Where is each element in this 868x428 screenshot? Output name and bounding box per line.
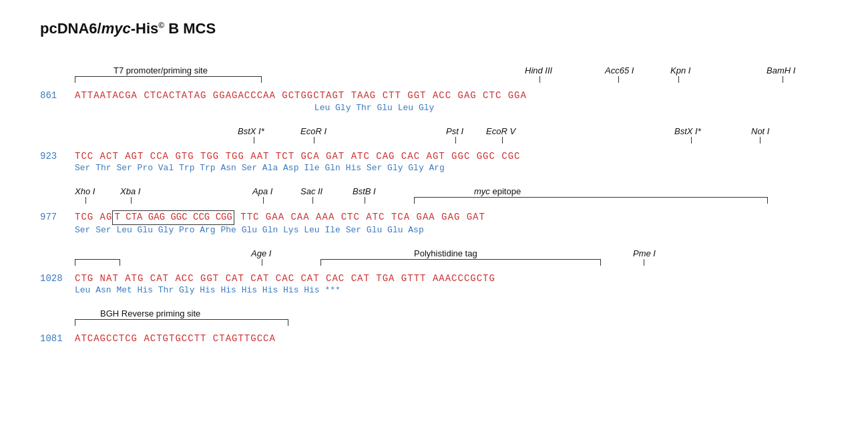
dna-row-923: 923 TCC ACT AGT CCA GTG TGG TGG AAT TCT …	[40, 150, 828, 164]
xbai-tick	[131, 197, 132, 204]
ecorv-tick	[502, 137, 503, 144]
t7-bracket	[75, 76, 262, 83]
dna-row-1081: 1081 ATCAGCCTCG ACTGTGCCTT CTAGTTGCCA	[40, 333, 828, 346]
line-num-1028: 1028	[40, 272, 75, 286]
aa-seq-1028: Leu Asn Met His Thr Gly His His His His …	[75, 285, 341, 295]
poly-label: Polyhistidine tag	[414, 248, 477, 258]
line-num-861: 861	[40, 89, 75, 103]
aa-seq-861: Leu Gly Thr Glu Leu Gly	[75, 103, 434, 113]
aa-row-861: Leu Gly Thr Glu Leu Gly	[75, 103, 828, 113]
bstxi2-label: BstX I*	[674, 126, 701, 136]
myc-bracket	[414, 197, 768, 204]
line-num-923: 923	[40, 150, 75, 164]
annotation-row-1028: Age I Polyhistidine tag Pme I	[40, 247, 828, 271]
sequence-group-923: BstX I* EcoR I Pst I EcoR V BstX I* Not …	[40, 125, 828, 174]
myc-label: myc epitope	[474, 186, 521, 196]
dna-row-861: 861 ATTAATACGA CTCACTATAG GGAGACCCAA GCT…	[40, 89, 828, 103]
bstxi1-label: BstX I*	[238, 126, 264, 136]
bgh-label: BGH Reverse priming site	[100, 308, 200, 318]
line-num-1081: 1081	[40, 333, 75, 346]
annotation-row-977: Xho I Xba I Apa I Sac II BstB I myc epit…	[40, 185, 828, 209]
sacii-label: Sac II	[300, 186, 322, 196]
psti-label: Pst I	[446, 126, 463, 136]
dna-seq-977-boxed: T CTA GAG GGC CCG CGG	[112, 210, 234, 225]
kpni-label: Kpn I	[670, 65, 690, 75]
xbai-label: Xba I	[120, 186, 140, 196]
dna-seq-977-pre: TCG AG	[75, 211, 112, 224]
sequence-group-977: Xho I Xba I Apa I Sac II BstB I myc epit…	[40, 185, 828, 235]
hindiii-label: Hind III	[525, 65, 552, 75]
bstbi-tick	[365, 197, 365, 204]
ecori-label: EcoR I	[300, 126, 327, 136]
pmei-tick	[644, 259, 644, 266]
aa-row-1028: Leu Asn Met His Thr Gly His His His His …	[75, 285, 828, 295]
main-container: pcDNA6/myc-His© B MCS T7 promoter/primin…	[0, 0, 868, 378]
bstbi-label: BstB I	[353, 186, 376, 196]
bstxi2-tick	[691, 137, 692, 144]
agei-tick	[262, 259, 262, 266]
sequence-group-861: T7 promoter/priming site Hind III Acc65 …	[40, 64, 828, 113]
bamhi-label: BamH I	[767, 65, 795, 75]
sacii-tick	[312, 197, 313, 204]
dna-seq-1081: ATCAGCCTCG ACTGTGCCTT CTAGTTGCCA	[75, 333, 276, 346]
annotation-row-923: BstX I* EcoR I Pst I EcoR V BstX I* Not …	[40, 125, 828, 149]
aa-seq-977: Ser Ser Leu Glu Gly Pro Arg Phe Glu Gln …	[75, 225, 424, 235]
dna-seq-923: TCC ACT AGT CCA GTG TGG TGG AAT TCT GCA …	[75, 150, 521, 164]
agei-label: Age I	[251, 248, 271, 258]
dna-seq-1028: CTG NAT ATG CAT ACC GGT CAT CAT CAC CAT …	[75, 272, 495, 286]
aa-row-923: Ser Thr Ser Pro Val Trp Trp Asn Ser Ala …	[75, 163, 828, 173]
xhoi-tick	[85, 197, 86, 204]
noti-tick	[760, 137, 761, 144]
acc65-tick	[618, 76, 619, 83]
pmei-label: Pme I	[633, 248, 656, 258]
aa-seq-923: Ser Thr Ser Pro Val Trp Trp Asn Ser Ala …	[75, 163, 445, 173]
bgh-bracket	[75, 319, 288, 326]
bstxi1-tick	[254, 137, 254, 144]
psti-tick	[455, 137, 456, 144]
dna-row-1028: 1028 CTG NAT ATG CAT ACC GGT CAT CAT CAC…	[40, 272, 828, 286]
xhoi-label: Xho I	[75, 186, 95, 196]
dna-row-977: 977 TCG AGT CTA GAG GGC CCG CGG TTC GAA …	[40, 210, 828, 225]
apai-tick	[263, 197, 264, 204]
sequence-group-1028: Age I Polyhistidine tag Pme I 1028 CTG N…	[40, 247, 828, 296]
acc65-label: Acc65 I	[605, 65, 634, 75]
apai-label: Apa I	[252, 186, 272, 196]
kpni-tick	[678, 76, 679, 83]
poly-bracket	[320, 259, 601, 266]
dna-seq-977-post: TTC GAA CAA AAA CTC ATC TCA GAA GAG GAT	[234, 211, 485, 224]
bamhi-tick	[783, 76, 783, 83]
small-bracket-1028	[75, 259, 120, 266]
ecori-tick	[314, 137, 314, 144]
page-title: pcDNA6/myc-His© B MCS	[40, 20, 828, 37]
sequence-group-1081: BGH Reverse priming site 1081 ATCAGCCTCG…	[40, 307, 828, 346]
dna-seq-861: ATTAATACGA CTCACTATAG GGAGACCCAA GCTGGCT…	[75, 89, 527, 103]
line-num-977: 977	[40, 211, 75, 224]
noti-label: Not I	[751, 126, 769, 136]
hindiii-tick	[539, 76, 540, 83]
aa-row-977: Ser Ser Leu Glu Gly Pro Arg Phe Glu Gln …	[75, 225, 828, 235]
ecorv-label: EcoR V	[486, 126, 515, 136]
annotation-row-1081: BGH Reverse priming site	[40, 307, 828, 331]
t7-label: T7 promoter/priming site	[114, 65, 208, 75]
annotation-row-861: T7 promoter/priming site Hind III Acc65 …	[40, 64, 828, 88]
